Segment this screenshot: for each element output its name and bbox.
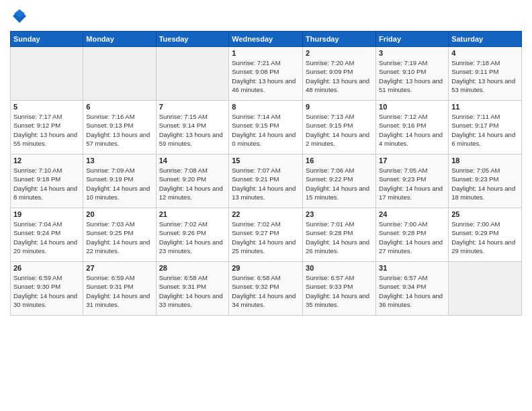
day-number: 17	[379, 156, 445, 165]
calendar-cell: 2Sunrise: 7:20 AM Sunset: 9:09 PM Daylig…	[303, 47, 376, 101]
day-info: Sunrise: 6:59 AM Sunset: 9:31 PM Dayligh…	[86, 273, 152, 309]
calendar-week-2: 5Sunrise: 7:17 AM Sunset: 9:12 PM Daylig…	[11, 101, 522, 154]
page: SundayMondayTuesdayWednesdayThursdayFrid…	[0, 0, 532, 411]
day-number: 27	[86, 264, 152, 272]
calendar-week-5: 26Sunrise: 6:59 AM Sunset: 9:30 PM Dayli…	[11, 262, 522, 316]
calendar-cell: 20Sunrise: 7:03 AM Sunset: 9:25 PM Dayli…	[83, 208, 156, 262]
day-number: 24	[379, 210, 445, 218]
calendar-week-4: 19Sunrise: 7:04 AM Sunset: 9:24 PM Dayli…	[11, 208, 522, 262]
calendar: SundayMondayTuesdayWednesdayThursdayFrid…	[10, 31, 522, 316]
calendar-cell: 17Sunrise: 7:05 AM Sunset: 9:23 PM Dayli…	[376, 154, 449, 208]
day-info: Sunrise: 7:18 AM Sunset: 9:11 PM Dayligh…	[451, 58, 519, 94]
day-number: 16	[306, 156, 373, 165]
day-info: Sunrise: 7:16 AM Sunset: 9:13 PM Dayligh…	[86, 112, 152, 148]
day-info: Sunrise: 6:58 AM Sunset: 9:32 PM Dayligh…	[232, 273, 300, 309]
day-info: Sunrise: 6:58 AM Sunset: 9:31 PM Dayligh…	[159, 273, 226, 309]
day-number: 22	[232, 210, 300, 218]
day-header-thursday: Thursday	[303, 32, 376, 47]
calendar-cell: 14Sunrise: 7:08 AM Sunset: 9:20 PM Dayli…	[156, 154, 229, 208]
day-number: 14	[159, 156, 226, 165]
calendar-cell: 23Sunrise: 7:01 AM Sunset: 9:28 PM Dayli…	[303, 208, 376, 262]
day-number: 2	[306, 49, 373, 57]
calendar-cell	[83, 47, 156, 101]
day-info: Sunrise: 7:06 AM Sunset: 9:22 PM Dayligh…	[306, 166, 373, 201]
day-info: Sunrise: 7:20 AM Sunset: 9:09 PM Dayligh…	[306, 58, 373, 94]
day-info: Sunrise: 7:02 AM Sunset: 9:26 PM Dayligh…	[159, 220, 226, 255]
day-number: 31	[379, 264, 445, 272]
day-info: Sunrise: 7:15 AM Sunset: 9:14 PM Dayligh…	[159, 112, 226, 148]
day-info: Sunrise: 7:03 AM Sunset: 9:25 PM Dayligh…	[86, 220, 152, 255]
day-number: 8	[232, 103, 300, 111]
day-info: Sunrise: 7:00 AM Sunset: 9:29 PM Dayligh…	[451, 220, 519, 255]
day-header-sunday: Sunday	[11, 32, 83, 47]
day-number: 19	[13, 210, 80, 218]
day-info: Sunrise: 7:08 AM Sunset: 9:20 PM Dayligh…	[159, 166, 226, 201]
calendar-cell: 27Sunrise: 6:59 AM Sunset: 9:31 PM Dayli…	[83, 262, 156, 316]
calendar-cell: 10Sunrise: 7:12 AM Sunset: 9:16 PM Dayli…	[376, 101, 449, 154]
calendar-cell: 16Sunrise: 7:06 AM Sunset: 9:22 PM Dayli…	[303, 154, 376, 208]
calendar-body: 1Sunrise: 7:21 AM Sunset: 9:08 PM Daylig…	[11, 47, 522, 316]
day-info: Sunrise: 6:59 AM Sunset: 9:30 PM Dayligh…	[13, 273, 80, 309]
day-info: Sunrise: 7:05 AM Sunset: 9:23 PM Dayligh…	[451, 166, 519, 201]
day-number: 4	[451, 49, 519, 57]
calendar-week-3: 12Sunrise: 7:10 AM Sunset: 9:18 PM Dayli…	[11, 154, 522, 208]
day-number: 30	[306, 264, 373, 272]
calendar-cell	[11, 47, 83, 101]
calendar-cell: 19Sunrise: 7:04 AM Sunset: 9:24 PM Dayli…	[11, 208, 83, 262]
day-info: Sunrise: 6:57 AM Sunset: 9:34 PM Dayligh…	[379, 273, 445, 309]
day-number: 25	[451, 210, 519, 218]
day-info: Sunrise: 7:17 AM Sunset: 9:12 PM Dayligh…	[13, 112, 80, 148]
calendar-cell: 29Sunrise: 6:58 AM Sunset: 9:32 PM Dayli…	[229, 262, 303, 316]
day-number: 13	[86, 156, 152, 165]
calendar-cell: 25Sunrise: 7:00 AM Sunset: 9:29 PM Dayli…	[449, 208, 522, 262]
calendar-cell: 8Sunrise: 7:14 AM Sunset: 9:15 PM Daylig…	[229, 101, 303, 154]
calendar-cell: 1Sunrise: 7:21 AM Sunset: 9:08 PM Daylig…	[229, 47, 303, 101]
day-number: 15	[232, 156, 300, 165]
calendar-cell: 3Sunrise: 7:19 AM Sunset: 9:10 PM Daylig…	[376, 47, 449, 101]
calendar-cell: 5Sunrise: 7:17 AM Sunset: 9:12 PM Daylig…	[11, 101, 83, 154]
calendar-cell: 30Sunrise: 6:57 AM Sunset: 9:33 PM Dayli…	[303, 262, 376, 316]
calendar-cell: 22Sunrise: 7:02 AM Sunset: 9:27 PM Dayli…	[229, 208, 303, 262]
calendar-cell	[156, 47, 229, 101]
calendar-cell: 26Sunrise: 6:59 AM Sunset: 9:30 PM Dayli…	[11, 262, 83, 316]
day-info: Sunrise: 7:19 AM Sunset: 9:10 PM Dayligh…	[379, 58, 445, 94]
day-header-monday: Monday	[83, 32, 156, 47]
day-info: Sunrise: 7:11 AM Sunset: 9:17 PM Dayligh…	[451, 112, 519, 148]
day-header-tuesday: Tuesday	[156, 32, 229, 47]
day-number: 20	[86, 210, 152, 218]
day-info: Sunrise: 7:05 AM Sunset: 9:23 PM Dayligh…	[379, 166, 445, 201]
calendar-cell: 11Sunrise: 7:11 AM Sunset: 9:17 PM Dayli…	[449, 101, 522, 154]
calendar-cell: 7Sunrise: 7:15 AM Sunset: 9:14 PM Daylig…	[156, 101, 229, 154]
calendar-cell: 4Sunrise: 7:18 AM Sunset: 9:11 PM Daylig…	[449, 47, 522, 101]
calendar-header: SundayMondayTuesdayWednesdayThursdayFrid…	[11, 32, 522, 47]
day-number: 1	[232, 49, 300, 57]
calendar-cell: 12Sunrise: 7:10 AM Sunset: 9:18 PM Dayli…	[11, 154, 83, 208]
day-number: 5	[13, 103, 80, 111]
day-number: 18	[451, 156, 519, 165]
day-header-wednesday: Wednesday	[229, 32, 303, 47]
day-number: 7	[159, 103, 226, 111]
day-number: 9	[306, 103, 373, 111]
day-info: Sunrise: 7:12 AM Sunset: 9:16 PM Dayligh…	[379, 112, 445, 148]
day-info: Sunrise: 7:00 AM Sunset: 9:28 PM Dayligh…	[379, 220, 445, 255]
day-info: Sunrise: 7:13 AM Sunset: 9:15 PM Dayligh…	[306, 112, 373, 148]
calendar-cell: 31Sunrise: 6:57 AM Sunset: 9:34 PM Dayli…	[376, 262, 449, 316]
generalblue-logo-icon	[10, 7, 29, 26]
calendar-cell: 15Sunrise: 7:07 AM Sunset: 9:21 PM Dayli…	[229, 154, 303, 208]
calendar-cell: 18Sunrise: 7:05 AM Sunset: 9:23 PM Dayli…	[449, 154, 522, 208]
day-number: 6	[86, 103, 152, 111]
day-number: 28	[159, 264, 226, 272]
day-number: 21	[159, 210, 226, 218]
calendar-header-row: SundayMondayTuesdayWednesdayThursdayFrid…	[11, 32, 522, 47]
day-number: 12	[13, 156, 80, 165]
day-number: 11	[451, 103, 519, 111]
day-number: 10	[379, 103, 445, 111]
day-header-saturday: Saturday	[449, 32, 522, 47]
logo	[10, 7, 32, 26]
calendar-cell: 24Sunrise: 7:00 AM Sunset: 9:28 PM Dayli…	[376, 208, 449, 262]
day-info: Sunrise: 7:04 AM Sunset: 9:24 PM Dayligh…	[13, 220, 80, 255]
calendar-cell: 28Sunrise: 6:58 AM Sunset: 9:31 PM Dayli…	[156, 262, 229, 316]
header	[10, 7, 522, 26]
day-header-friday: Friday	[376, 32, 449, 47]
day-number: 26	[13, 264, 80, 272]
